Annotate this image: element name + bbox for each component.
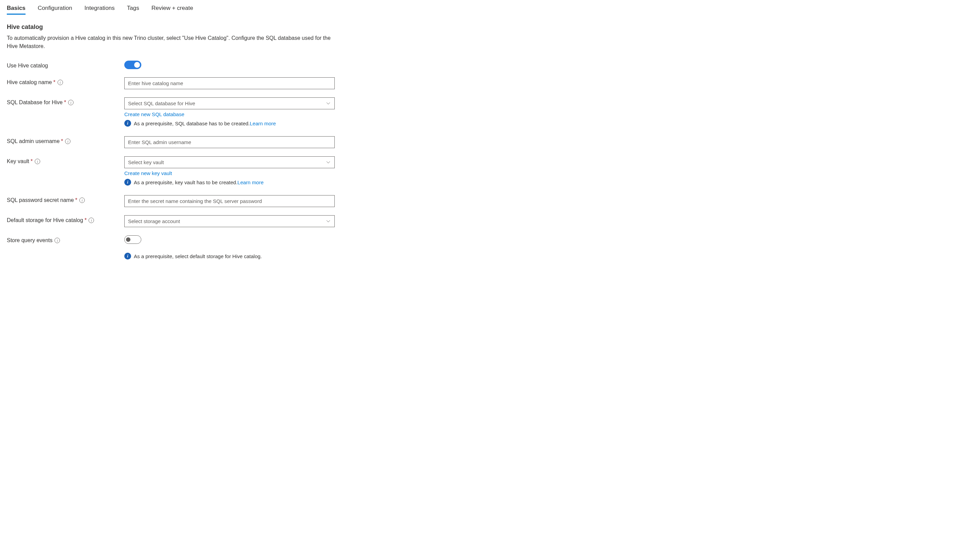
label-hive-catalog-name: Hive catalog name * i [7, 77, 124, 86]
info-icon[interactable]: i [54, 238, 60, 243]
row-use-hive-catalog: Use Hive catalog [7, 60, 973, 69]
required-indicator: * [64, 99, 66, 106]
info-icon[interactable]: i [89, 218, 94, 223]
info-icon[interactable]: i [65, 138, 70, 144]
required-indicator: * [75, 197, 77, 203]
chevron-down-icon [326, 161, 330, 164]
row-default-storage: Default storage for Hive catalog * i Sel… [7, 215, 973, 227]
label-sql-password-secret: SQL password secret name * i [7, 195, 124, 203]
tab-review-create[interactable]: Review + create [151, 5, 193, 15]
tab-configuration[interactable]: Configuration [38, 5, 72, 15]
dropdown-placeholder: Select key vault [128, 159, 164, 165]
required-indicator: * [31, 158, 33, 164]
label-text: SQL password secret name [7, 197, 74, 203]
label-text: SQL Database for Hive [7, 99, 63, 106]
keyvault-prereq-text: As a prerequisite, key vault has to be c… [134, 180, 237, 185]
tabs-bar: Basics Configuration Integrations Tags R… [7, 0, 973, 15]
label-text: Hive catalog name [7, 79, 52, 86]
label-text: SQL admin username [7, 138, 60, 145]
tab-integrations[interactable]: Integrations [84, 5, 115, 15]
chevron-down-icon [326, 102, 330, 105]
info-badge-icon: i [124, 179, 131, 186]
row-store-query-events: Store query events i i As a prerequisite… [7, 235, 973, 259]
label-store-query-events: Store query events i [7, 235, 124, 243]
keyvault-learn-more-link[interactable]: Learn more [237, 180, 264, 185]
hive-catalog-name-input[interactable] [124, 77, 335, 89]
toggle-use-hive-catalog[interactable] [124, 60, 141, 69]
row-sql-password-secret: SQL password secret name * i [7, 195, 973, 207]
required-indicator: * [84, 217, 86, 223]
section-description: To automatically provision a Hive catalo… [7, 34, 334, 51]
tab-tags[interactable]: Tags [127, 5, 139, 15]
row-sql-database: SQL Database for Hive * i Select SQL dat… [7, 97, 973, 127]
default-storage-dropdown[interactable]: Select storage account [124, 215, 335, 227]
label-text: Key vault [7, 158, 29, 164]
sql-learn-more-link[interactable]: Learn more [250, 121, 276, 126]
toggle-knob [126, 237, 130, 242]
info-icon[interactable]: i [57, 80, 63, 85]
info-icon[interactable]: i [35, 159, 40, 164]
label-use-hive-catalog: Use Hive catalog [7, 60, 124, 69]
storage-prereq-text: As a prerequisite, select default storag… [134, 253, 262, 259]
required-indicator: * [54, 79, 56, 86]
label-text: Store query events [7, 237, 52, 243]
create-key-vault-link[interactable]: Create new key vault [124, 170, 172, 176]
label-sql-admin-username: SQL admin username * i [7, 136, 124, 145]
row-hive-catalog-name: Hive catalog name * i [7, 77, 973, 89]
info-icon[interactable]: i [68, 100, 73, 105]
sql-admin-username-input[interactable] [124, 136, 335, 148]
row-key-vault: Key vault * i Select key vault Create ne… [7, 156, 973, 186]
info-badge-icon: i [124, 120, 131, 127]
toggle-knob [134, 62, 140, 68]
tab-basics[interactable]: Basics [7, 5, 25, 15]
key-vault-dropdown[interactable]: Select key vault [124, 156, 335, 168]
sql-password-secret-input[interactable] [124, 195, 335, 207]
label-text: Use Hive catalog [7, 63, 48, 69]
info-icon[interactable]: i [80, 197, 85, 203]
dropdown-placeholder: Select storage account [128, 218, 180, 224]
toggle-store-query-events[interactable] [124, 235, 141, 244]
required-indicator: * [61, 138, 63, 145]
section-title: Hive catalog [7, 24, 973, 31]
create-sql-database-link[interactable]: Create new SQL database [124, 111, 184, 117]
row-sql-admin-username: SQL admin username * i [7, 136, 973, 148]
sql-database-dropdown[interactable]: Select SQL database for Hive [124, 97, 335, 109]
label-sql-database: SQL Database for Hive * i [7, 97, 124, 106]
label-key-vault: Key vault * i [7, 156, 124, 164]
chevron-down-icon [326, 220, 330, 223]
label-text: Default storage for Hive catalog [7, 217, 83, 223]
label-default-storage: Default storage for Hive catalog * i [7, 215, 124, 223]
sql-prereq-text: As a prerequisite, SQL database has to b… [134, 121, 250, 126]
info-badge-icon: i [124, 253, 131, 259]
dropdown-placeholder: Select SQL database for Hive [128, 100, 195, 106]
